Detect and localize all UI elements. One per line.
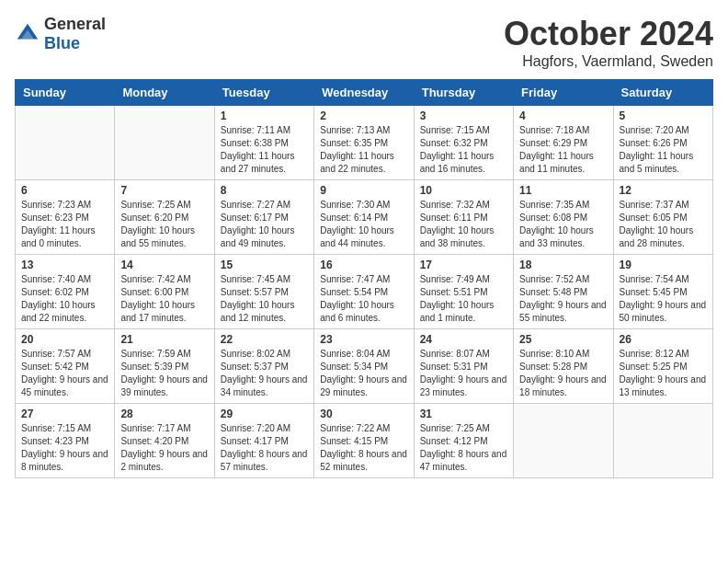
calendar-cell: 15Sunrise: 7:45 AMSunset: 5:57 PMDayligh… [214, 255, 313, 329]
day-info: Sunrise: 7:45 AMSunset: 5:57 PMDaylight:… [221, 273, 308, 325]
day-info: Sunrise: 7:17 AMSunset: 4:20 PMDaylight:… [120, 422, 208, 474]
day-number: 10 [420, 184, 507, 197]
calendar-cell: 25Sunrise: 8:10 AMSunset: 5:28 PMDayligh… [514, 329, 613, 404]
day-number: 30 [320, 408, 407, 420]
calendar-week-row: 1Sunrise: 7:11 AMSunset: 6:38 PMDaylight… [16, 106, 713, 180]
title-area: October 2024 Hagfors, Vaermland, Sweden [504, 15, 713, 70]
day-info: Sunrise: 7:42 AMSunset: 6:00 PMDaylight:… [120, 273, 208, 325]
weekday-header-thursday: Thursday [414, 80, 513, 106]
calendar-cell: 8Sunrise: 7:27 AMSunset: 6:17 PMDaylight… [214, 180, 313, 255]
calendar-cell: 14Sunrise: 7:42 AMSunset: 6:00 PMDayligh… [115, 255, 214, 329]
day-number: 1 [221, 109, 308, 122]
calendar-cell [16, 106, 115, 180]
day-info: Sunrise: 7:20 AMSunset: 6:26 PMDaylight:… [620, 124, 707, 176]
calendar-cell: 1Sunrise: 7:11 AMSunset: 6:38 PMDaylight… [214, 106, 313, 180]
calendar-week-row: 27Sunrise: 7:15 AMSunset: 4:23 PMDayligh… [16, 404, 713, 478]
calendar-cell: 11Sunrise: 7:35 AMSunset: 6:08 PMDayligh… [514, 180, 613, 255]
calendar-cell: 12Sunrise: 7:37 AMSunset: 6:05 PMDayligh… [613, 180, 712, 255]
weekday-header-monday: Monday [115, 80, 214, 106]
day-number: 20 [21, 333, 108, 346]
day-number: 18 [519, 259, 607, 271]
calendar-cell [514, 404, 613, 478]
day-number: 25 [519, 333, 607, 346]
calendar-cell: 30Sunrise: 7:22 AMSunset: 4:15 PMDayligh… [314, 404, 414, 478]
calendar-cell: 19Sunrise: 7:54 AMSunset: 5:45 PMDayligh… [613, 255, 712, 329]
day-number: 19 [620, 259, 707, 271]
day-number: 26 [620, 333, 707, 346]
calendar-cell [613, 404, 712, 478]
header: General Blue October 2024 Hagfors, Vaerm… [15, 15, 713, 70]
day-info: Sunrise: 7:15 AMSunset: 6:32 PMDaylight:… [420, 124, 507, 176]
day-info: Sunrise: 7:11 AMSunset: 6:38 PMDaylight:… [221, 124, 308, 176]
calendar-cell: 9Sunrise: 7:30 AMSunset: 6:14 PMDaylight… [314, 180, 414, 255]
day-number: 24 [420, 333, 507, 346]
day-info: Sunrise: 7:22 AMSunset: 4:15 PMDaylight:… [320, 422, 407, 474]
calendar-cell: 31Sunrise: 7:25 AMSunset: 4:12 PMDayligh… [414, 404, 513, 478]
day-info: Sunrise: 8:02 AMSunset: 5:37 PMDaylight:… [221, 348, 308, 399]
day-info: Sunrise: 7:23 AMSunset: 6:23 PMDaylight:… [21, 199, 108, 250]
calendar-cell: 28Sunrise: 7:17 AMSunset: 4:20 PMDayligh… [115, 404, 214, 478]
weekday-header-wednesday: Wednesday [314, 80, 414, 106]
day-number: 6 [21, 184, 108, 197]
calendar-week-row: 6Sunrise: 7:23 AMSunset: 6:23 PMDaylight… [16, 180, 713, 255]
calendar-cell [115, 106, 214, 180]
day-info: Sunrise: 8:10 AMSunset: 5:28 PMDaylight:… [519, 348, 607, 399]
day-number: 23 [320, 333, 407, 346]
day-info: Sunrise: 7:49 AMSunset: 5:51 PMDaylight:… [420, 273, 507, 325]
day-number: 28 [120, 408, 208, 420]
day-info: Sunrise: 7:32 AMSunset: 6:11 PMDaylight:… [420, 199, 507, 250]
day-number: 3 [420, 109, 507, 122]
day-number: 4 [519, 109, 607, 122]
day-info: Sunrise: 8:07 AMSunset: 5:31 PMDaylight:… [420, 348, 507, 399]
day-info: Sunrise: 7:40 AMSunset: 6:02 PMDaylight:… [21, 273, 108, 325]
calendar-cell: 13Sunrise: 7:40 AMSunset: 6:02 PMDayligh… [16, 255, 115, 329]
day-number: 31 [420, 408, 507, 420]
day-number: 29 [221, 408, 308, 420]
calendar-cell: 17Sunrise: 7:49 AMSunset: 5:51 PMDayligh… [414, 255, 513, 329]
calendar-cell: 21Sunrise: 7:59 AMSunset: 5:39 PMDayligh… [115, 329, 214, 404]
calendar-cell: 24Sunrise: 8:07 AMSunset: 5:31 PMDayligh… [414, 329, 513, 404]
day-info: Sunrise: 7:18 AMSunset: 6:29 PMDaylight:… [519, 124, 607, 176]
day-info: Sunrise: 7:13 AMSunset: 6:35 PMDaylight:… [320, 124, 407, 176]
calendar-cell: 26Sunrise: 8:12 AMSunset: 5:25 PMDayligh… [613, 329, 712, 404]
day-info: Sunrise: 7:30 AMSunset: 6:14 PMDaylight:… [320, 199, 407, 250]
day-info: Sunrise: 7:37 AMSunset: 6:05 PMDaylight:… [620, 199, 707, 250]
calendar-cell: 27Sunrise: 7:15 AMSunset: 4:23 PMDayligh… [16, 404, 115, 478]
logo: General Blue [15, 15, 106, 53]
day-number: 9 [320, 184, 407, 197]
day-info: Sunrise: 7:57 AMSunset: 5:42 PMDaylight:… [21, 348, 108, 399]
day-number: 8 [221, 184, 308, 197]
day-info: Sunrise: 7:52 AMSunset: 5:48 PMDaylight:… [519, 273, 607, 325]
day-number: 11 [519, 184, 607, 197]
day-number: 12 [620, 184, 707, 197]
calendar-cell: 7Sunrise: 7:25 AMSunset: 6:20 PMDaylight… [115, 180, 214, 255]
day-info: Sunrise: 7:27 AMSunset: 6:17 PMDaylight:… [221, 199, 308, 250]
weekday-header-tuesday: Tuesday [214, 80, 313, 106]
day-number: 21 [120, 333, 208, 346]
day-number: 13 [21, 259, 108, 271]
day-number: 7 [120, 184, 208, 197]
day-info: Sunrise: 8:04 AMSunset: 5:34 PMDaylight:… [320, 348, 407, 399]
day-info: Sunrise: 7:54 AMSunset: 5:45 PMDaylight:… [620, 273, 707, 325]
calendar-cell: 23Sunrise: 8:04 AMSunset: 5:34 PMDayligh… [314, 329, 414, 404]
logo-text: General Blue [44, 15, 106, 53]
weekday-header-saturday: Saturday [613, 80, 712, 106]
calendar-cell: 6Sunrise: 7:23 AMSunset: 6:23 PMDaylight… [16, 180, 115, 255]
day-info: Sunrise: 8:12 AMSunset: 5:25 PMDaylight:… [620, 348, 707, 399]
day-info: Sunrise: 7:59 AMSunset: 5:39 PMDaylight:… [120, 348, 208, 399]
weekday-header-row: SundayMondayTuesdayWednesdayThursdayFrid… [16, 80, 713, 106]
location-title: Hagfors, Vaermland, Sweden [504, 53, 713, 70]
calendar-cell: 22Sunrise: 8:02 AMSunset: 5:37 PMDayligh… [214, 329, 313, 404]
day-number: 15 [221, 259, 308, 271]
logo-general: General [44, 15, 106, 33]
day-number: 16 [320, 259, 407, 271]
calendar-cell: 3Sunrise: 7:15 AMSunset: 6:32 PMDaylight… [414, 106, 513, 180]
day-number: 2 [320, 109, 407, 122]
calendar-cell: 18Sunrise: 7:52 AMSunset: 5:48 PMDayligh… [514, 255, 613, 329]
logo-icon [15, 21, 40, 47]
calendar-cell: 2Sunrise: 7:13 AMSunset: 6:35 PMDaylight… [314, 106, 414, 180]
calendar-cell: 5Sunrise: 7:20 AMSunset: 6:26 PMDaylight… [613, 106, 712, 180]
calendar-cell: 29Sunrise: 7:20 AMSunset: 4:17 PMDayligh… [214, 404, 313, 478]
day-number: 5 [620, 109, 707, 122]
day-info: Sunrise: 7:15 AMSunset: 4:23 PMDaylight:… [21, 422, 108, 474]
